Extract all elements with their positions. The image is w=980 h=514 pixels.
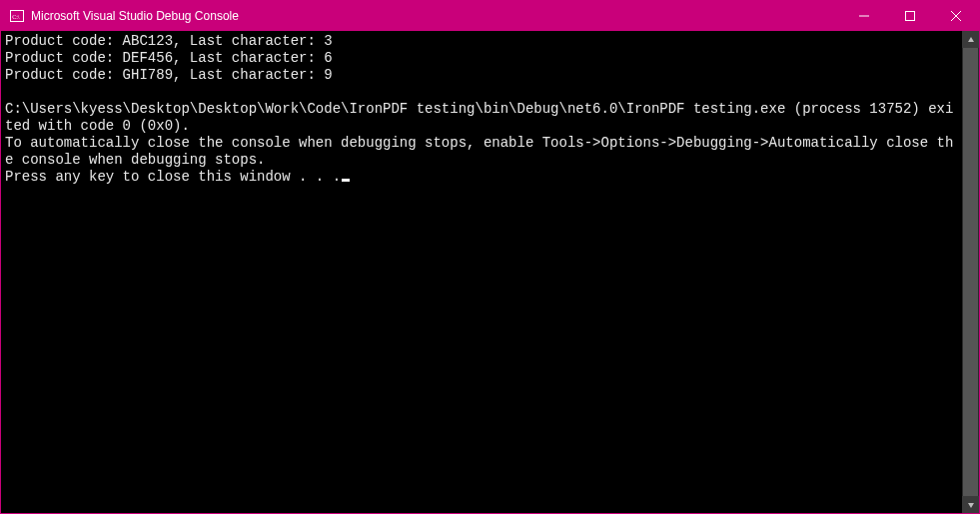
client-area: Product code: ABC123, Last character: 3 …: [1, 31, 979, 513]
console-line: To automatically close the console when …: [5, 135, 953, 168]
window-title: Microsoft Visual Studio Debug Console: [31, 9, 239, 23]
svg-rect-3: [906, 12, 915, 21]
minimize-button[interactable]: [841, 1, 887, 31]
console-window: C:\ Microsoft Visual Studio Debug Consol…: [0, 0, 980, 514]
titlebar[interactable]: C:\ Microsoft Visual Studio Debug Consol…: [1, 1, 979, 31]
app-icon: C:\: [9, 8, 25, 24]
maximize-button[interactable]: [887, 1, 933, 31]
console-line: Press any key to close this window . . .: [5, 169, 341, 185]
svg-text:C:\: C:\: [12, 14, 20, 20]
scroll-track[interactable]: [962, 48, 979, 496]
console-line: C:\Users\kyess\Desktop\Desktop\Work\Code…: [5, 101, 953, 134]
scroll-up-button[interactable]: [962, 31, 979, 48]
console-output[interactable]: Product code: ABC123, Last character: 3 …: [1, 31, 962, 513]
svg-marker-6: [968, 37, 974, 42]
close-button[interactable]: [933, 1, 979, 31]
window-controls: [841, 1, 979, 31]
console-line: Product code: ABC123, Last character: 3: [5, 33, 333, 49]
text-cursor: [342, 179, 350, 182]
svg-marker-7: [968, 503, 974, 508]
console-line: Product code: GHI789, Last character: 9: [5, 67, 333, 83]
console-line: Product code: DEF456, Last character: 6: [5, 50, 333, 66]
scroll-down-button[interactable]: [962, 496, 979, 513]
vertical-scrollbar[interactable]: [962, 31, 979, 513]
scroll-thumb[interactable]: [963, 48, 978, 496]
